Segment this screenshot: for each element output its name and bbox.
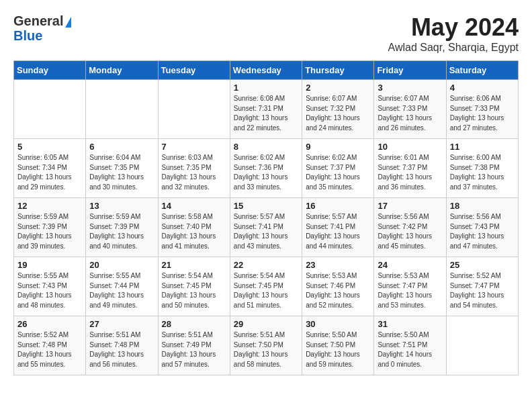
day-number: 21 <box>162 260 226 270</box>
day-number: 16 <box>306 201 370 211</box>
cell-content: Sunrise: 5:50 AM Sunset: 7:50 PM Dayligh… <box>306 330 370 369</box>
week-row-2: 5Sunrise: 6:05 AM Sunset: 7:34 PM Daylig… <box>14 139 519 198</box>
calendar-cell: 25Sunrise: 5:52 AM Sunset: 7:47 PM Dayli… <box>446 257 518 316</box>
day-number: 7 <box>162 142 226 152</box>
calendar-cell: 31Sunrise: 5:50 AM Sunset: 7:51 PM Dayli… <box>374 316 446 375</box>
header-thursday: Thursday <box>302 61 374 80</box>
day-number: 13 <box>89 201 154 211</box>
calendar-cell: 3Sunrise: 6:07 AM Sunset: 7:33 PM Daylig… <box>374 80 446 139</box>
calendar-cell: 12Sunrise: 5:59 AM Sunset: 7:39 PM Dayli… <box>14 198 86 257</box>
calendar-cell <box>446 316 518 375</box>
cell-content: Sunrise: 6:07 AM Sunset: 7:33 PM Dayligh… <box>378 94 442 133</box>
calendar-cell: 1Sunrise: 6:08 AM Sunset: 7:31 PM Daylig… <box>230 80 302 139</box>
cell-content: Sunrise: 5:51 AM Sunset: 7:50 PM Dayligh… <box>234 330 298 369</box>
day-number: 8 <box>234 142 298 152</box>
calendar-cell: 19Sunrise: 5:55 AM Sunset: 7:43 PM Dayli… <box>14 257 86 316</box>
day-number: 20 <box>89 260 154 270</box>
cell-content: Sunrise: 6:02 AM Sunset: 7:37 PM Dayligh… <box>306 153 370 192</box>
cell-content: Sunrise: 5:51 AM Sunset: 7:49 PM Dayligh… <box>162 330 226 369</box>
cell-content: Sunrise: 5:54 AM Sunset: 7:45 PM Dayligh… <box>162 271 226 310</box>
cell-content: Sunrise: 5:52 AM Sunset: 7:47 PM Dayligh… <box>450 271 515 310</box>
cell-content: Sunrise: 6:02 AM Sunset: 7:36 PM Dayligh… <box>234 153 298 192</box>
calendar-cell: 23Sunrise: 5:53 AM Sunset: 7:46 PM Dayli… <box>302 257 374 316</box>
day-number: 9 <box>306 142 370 152</box>
cell-content: Sunrise: 6:07 AM Sunset: 7:32 PM Dayligh… <box>306 94 370 133</box>
header-friday: Friday <box>374 61 446 80</box>
header-wednesday: Wednesday <box>230 61 302 80</box>
title-section: May 2024 Awlad Saqr, Sharqia, Egypt <box>388 13 519 54</box>
day-number: 31 <box>378 319 442 329</box>
day-number: 17 <box>378 201 442 211</box>
calendar-cell: 29Sunrise: 5:51 AM Sunset: 7:50 PM Dayli… <box>230 316 302 375</box>
day-number: 1 <box>234 83 298 93</box>
cell-content: Sunrise: 6:08 AM Sunset: 7:31 PM Dayligh… <box>234 94 298 133</box>
cell-content: Sunrise: 6:01 AM Sunset: 7:37 PM Dayligh… <box>378 153 442 192</box>
day-number: 27 <box>89 319 154 329</box>
day-number: 23 <box>306 260 370 270</box>
day-number: 22 <box>234 260 298 270</box>
logo: General Blue <box>13 13 71 43</box>
day-number: 4 <box>450 83 515 93</box>
cell-content: Sunrise: 5:55 AM Sunset: 7:43 PM Dayligh… <box>17 271 82 310</box>
week-row-3: 12Sunrise: 5:59 AM Sunset: 7:39 PM Dayli… <box>14 198 519 257</box>
header-sunday: Sunday <box>14 61 86 80</box>
cell-content: Sunrise: 5:51 AM Sunset: 7:48 PM Dayligh… <box>89 330 154 369</box>
cell-content: Sunrise: 5:58 AM Sunset: 7:40 PM Dayligh… <box>162 212 226 251</box>
cell-content: Sunrise: 5:55 AM Sunset: 7:44 PM Dayligh… <box>89 271 154 310</box>
calendar-cell: 6Sunrise: 6:04 AM Sunset: 7:35 PM Daylig… <box>86 139 158 198</box>
day-number: 25 <box>450 260 515 270</box>
calendar-cell: 20Sunrise: 5:55 AM Sunset: 7:44 PM Dayli… <box>86 257 158 316</box>
day-number: 28 <box>162 319 226 329</box>
calendar-cell: 27Sunrise: 5:51 AM Sunset: 7:48 PM Dayli… <box>86 316 158 375</box>
calendar-cell: 10Sunrise: 6:01 AM Sunset: 7:37 PM Dayli… <box>374 139 446 198</box>
calendar-cell: 22Sunrise: 5:54 AM Sunset: 7:45 PM Dayli… <box>230 257 302 316</box>
calendar-cell: 16Sunrise: 5:57 AM Sunset: 7:41 PM Dayli… <box>302 198 374 257</box>
day-number: 15 <box>234 201 298 211</box>
month-title: May 2024 <box>388 13 519 42</box>
cell-content: Sunrise: 6:03 AM Sunset: 7:35 PM Dayligh… <box>162 153 226 192</box>
cell-content: Sunrise: 5:53 AM Sunset: 7:46 PM Dayligh… <box>306 271 370 310</box>
day-number: 29 <box>234 319 298 329</box>
day-number: 18 <box>450 201 515 211</box>
cell-content: Sunrise: 6:05 AM Sunset: 7:34 PM Dayligh… <box>17 153 82 192</box>
cell-content: Sunrise: 5:50 AM Sunset: 7:51 PM Dayligh… <box>378 330 442 369</box>
location-title: Awlad Saqr, Sharqia, Egypt <box>388 42 519 54</box>
cell-content: Sunrise: 5:59 AM Sunset: 7:39 PM Dayligh… <box>17 212 82 251</box>
calendar-cell: 17Sunrise: 5:56 AM Sunset: 7:42 PM Dayli… <box>374 198 446 257</box>
day-number: 14 <box>162 201 226 211</box>
header-tuesday: Tuesday <box>158 61 230 80</box>
calendar-cell: 11Sunrise: 6:00 AM Sunset: 7:38 PM Dayli… <box>446 139 518 198</box>
calendar-cell: 4Sunrise: 6:06 AM Sunset: 7:33 PM Daylig… <box>446 80 518 139</box>
calendar-cell: 14Sunrise: 5:58 AM Sunset: 7:40 PM Dayli… <box>158 198 230 257</box>
calendar-cell: 18Sunrise: 5:56 AM Sunset: 7:43 PM Dayli… <box>446 198 518 257</box>
day-number: 6 <box>89 142 154 152</box>
week-row-5: 26Sunrise: 5:52 AM Sunset: 7:48 PM Dayli… <box>14 316 519 375</box>
calendar-cell: 15Sunrise: 5:57 AM Sunset: 7:41 PM Dayli… <box>230 198 302 257</box>
logo-general: General <box>13 13 71 28</box>
calendar-cell: 7Sunrise: 6:03 AM Sunset: 7:35 PM Daylig… <box>158 139 230 198</box>
cell-content: Sunrise: 5:57 AM Sunset: 7:41 PM Dayligh… <box>306 212 370 251</box>
calendar-cell <box>158 80 230 139</box>
header-saturday: Saturday <box>446 61 518 80</box>
cell-content: Sunrise: 5:57 AM Sunset: 7:41 PM Dayligh… <box>234 212 298 251</box>
calendar-table: SundayMondayTuesdayWednesdayThursdayFrid… <box>13 60 519 375</box>
day-number: 5 <box>17 142 82 152</box>
calendar-cell: 24Sunrise: 5:53 AM Sunset: 7:47 PM Dayli… <box>374 257 446 316</box>
calendar-cell <box>86 80 158 139</box>
cell-content: Sunrise: 5:56 AM Sunset: 7:42 PM Dayligh… <box>378 212 442 251</box>
calendar-cell <box>14 80 86 139</box>
cell-content: Sunrise: 5:52 AM Sunset: 7:48 PM Dayligh… <box>17 330 82 369</box>
calendar-cell: 8Sunrise: 6:02 AM Sunset: 7:36 PM Daylig… <box>230 139 302 198</box>
day-number: 12 <box>17 201 82 211</box>
day-number: 3 <box>378 83 442 93</box>
calendar-cell: 21Sunrise: 5:54 AM Sunset: 7:45 PM Dayli… <box>158 257 230 316</box>
day-number: 30 <box>306 319 370 329</box>
cell-content: Sunrise: 6:06 AM Sunset: 7:33 PM Dayligh… <box>450 94 515 133</box>
day-number: 2 <box>306 83 370 93</box>
cell-content: Sunrise: 6:04 AM Sunset: 7:35 PM Dayligh… <box>89 153 154 192</box>
cell-content: Sunrise: 6:00 AM Sunset: 7:38 PM Dayligh… <box>450 153 515 192</box>
cell-content: Sunrise: 5:54 AM Sunset: 7:45 PM Dayligh… <box>234 271 298 310</box>
day-number: 19 <box>17 260 82 270</box>
logo-blue: Blue <box>13 28 71 43</box>
calendar-cell: 2Sunrise: 6:07 AM Sunset: 7:32 PM Daylig… <box>302 80 374 139</box>
